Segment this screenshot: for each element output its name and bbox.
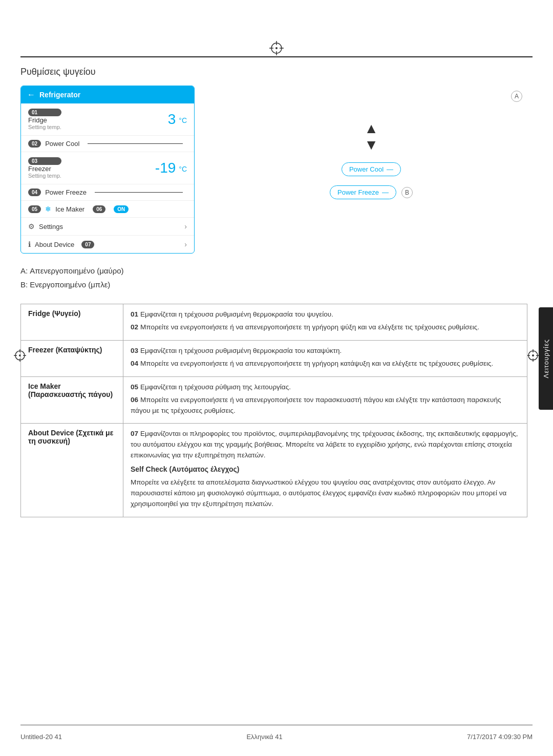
- ice-maker-badge1: 05: [28, 205, 41, 213]
- settings-row[interactable]: ⚙ Settings ›: [21, 218, 194, 236]
- fridge-temp: 3°C: [168, 111, 187, 128]
- snowflake-icon: ❄: [45, 205, 51, 213]
- fridge-label-group: 01 Fridge Setting temp.: [28, 109, 61, 130]
- power-cool-row[interactable]: 02 Power Cool: [21, 136, 194, 152]
- about-num-07: 07: [131, 430, 138, 437]
- bottom-right-label: 7/17/2017 4:09:30 PM: [467, 733, 533, 741]
- arrow-down-icon: ▼: [364, 138, 378, 152]
- table-cell-freezer-label: Freezer (Καταψύκτης): [21, 341, 123, 376]
- target-icon-right: [526, 348, 540, 363]
- bottom-bar: Untitled-20 41 Ελληνικά 41 7/17/2017 4:0…: [20, 733, 533, 741]
- fridge-badge: 01: [28, 109, 61, 116]
- arrow-updown: ▲ ▼: [364, 121, 378, 152]
- about-device-label: About Device: [35, 241, 74, 248]
- power-cool-badge: 02: [28, 140, 41, 148]
- fridge-num-01: 01: [131, 310, 138, 318]
- settings-arrow-icon: ›: [184, 222, 187, 230]
- arrow-up-icon: ▲: [364, 121, 378, 136]
- power-cool-diagram-btn[interactable]: Power Cool —: [342, 162, 401, 176]
- diagram-area: A ▲ ▼ Power Cool — Power Freeze —: [215, 86, 527, 199]
- label-b-text: B: Ενεργοποιημένο (μπλε): [20, 278, 527, 291]
- main-content: Ρυθμίσεις ψυγείου ← Refrigerator 01 Frid…: [20, 61, 527, 517]
- back-arrow-icon[interactable]: ←: [27, 90, 35, 99]
- freezer-temp-value: -19: [155, 160, 176, 176]
- table-cell-fridge-content: 01Εμφανίζεται η τρέχουσα ρυθμισμένη θερμ…: [123, 304, 527, 340]
- icemaker-num-06: 06: [131, 396, 138, 404]
- power-cool-label: Power Cool: [45, 140, 79, 148]
- ice-maker-on-badge: ON: [114, 205, 129, 213]
- phone-header-title: Refrigerator: [39, 91, 80, 99]
- fridge-sub: Setting temp.: [28, 124, 61, 130]
- label-a: A: [511, 91, 522, 102]
- table-row-icemaker: Ice Maker (Παρασκευαστής πάγου) 05Εμφανί…: [21, 377, 527, 424]
- fridge-row: 01 Fridge Setting temp. 3°C: [21, 103, 194, 136]
- freezer-num-04: 04: [131, 360, 138, 367]
- fridge-label: Fridge: [28, 116, 61, 124]
- table-row-about: About Device (Σχετικά με τη συσκευή) 07Ε…: [21, 424, 527, 516]
- freezer-num-03: 03: [131, 347, 138, 354]
- top-border-line: [20, 56, 533, 57]
- table-row-freezer: Freezer (Καταψύκτης) 03Εμφανίζεται η τρέ…: [21, 341, 527, 377]
- ice-maker-badge2: 06: [93, 205, 105, 213]
- table-cell-freezer-content: 03Εμφανίζεται η τρέχουσα ρυθμισμένη θερμ…: [123, 341, 527, 376]
- fridge-temp-value: 3: [168, 111, 176, 128]
- ice-maker-row: 05 ❄ Ice Maker 06 ON: [21, 201, 194, 218]
- about-arrow-icon: ›: [184, 240, 187, 248]
- power-freeze-dash: —: [382, 188, 389, 196]
- ab-labels: A: Απενεργοποιημένο (μαύρο) B: Ενεργοποι…: [20, 264, 527, 291]
- phone-mockup: ← Refrigerator 01 Fridge Setting temp. 3…: [20, 86, 195, 254]
- fridge-temp-unit: °C: [179, 116, 187, 124]
- side-tab: Λειτουργίες: [539, 307, 553, 410]
- power-freeze-diagram-row: Power Freeze — B: [330, 185, 413, 199]
- icemaker-num-05: 05: [131, 383, 138, 391]
- table-row-fridge: Fridge (Ψυγείο) 01Εμφανίζεται η τρέχουσα…: [21, 304, 527, 341]
- power-freeze-diagram-btn[interactable]: Power Freeze —: [330, 185, 396, 199]
- power-cool-dash: —: [387, 165, 393, 173]
- fridge-num-02: 02: [131, 323, 138, 331]
- target-icon-top: [268, 40, 285, 56]
- freezer-sub: Setting temp.: [28, 173, 61, 179]
- label-a-text: A: Απενεργοποιημένο (μαύρο): [20, 264, 527, 278]
- bottom-left-label: Untitled-20 41: [20, 733, 62, 741]
- about-device-row[interactable]: ℹ About Device 07 ›: [21, 236, 194, 253]
- table-cell-icemaker-content: 05Εμφανίζεται η τρέχουσα ρύθμιση της λει…: [123, 377, 527, 424]
- top-section: ← Refrigerator 01 Fridge Setting temp. 3…: [20, 86, 527, 254]
- freezer-label-group: 03 Freezer Setting temp.: [28, 157, 61, 179]
- power-freeze-btn-label: Power Freeze: [337, 188, 379, 196]
- bottom-border-line: [20, 725, 533, 725]
- ice-maker-label: Ice Maker: [55, 205, 84, 213]
- svg-point-1: [275, 47, 278, 49]
- table-cell-about-label: About Device (Σχετικά με τη συσκευή): [21, 424, 123, 516]
- freezer-badge: 03: [28, 157, 61, 165]
- label-b: B: [401, 187, 413, 198]
- section-title: Ρυθμίσεις ψυγείου: [20, 67, 527, 77]
- svg-point-13: [532, 354, 534, 356]
- freezer-temp: -19°C: [155, 160, 187, 176]
- self-check-text: Μπορείτε να ελέγξετε τα αποτελέσματα δια…: [131, 477, 520, 510]
- freezer-label: Freezer: [28, 165, 61, 173]
- table-cell-icemaker-label: Ice Maker (Παρασκευαστής πάγου): [21, 377, 123, 424]
- page-number-label: Ελληνικά 41: [246, 733, 282, 741]
- power-cool-diagram-row: Power Cool —: [342, 162, 401, 181]
- power-freeze-label: Power Freeze: [45, 188, 87, 196]
- info-table: Fridge (Ψυγείο) 01Εμφανίζεται η τρέχουσα…: [20, 304, 527, 517]
- info-icon: ℹ: [28, 240, 31, 248]
- freezer-row: 03 Freezer Setting temp. -19°C: [21, 152, 194, 184]
- self-check-title: Self Check (Αυτόματος έλεγχος): [131, 464, 520, 475]
- table-cell-about-content: 07Εμφανίζονται οι πληροφορίες του προϊόν…: [123, 424, 527, 516]
- about-device-badge: 07: [81, 241, 94, 248]
- power-cool-btn-label: Power Cool: [349, 165, 384, 173]
- side-tab-label: Λειτουργίες: [542, 339, 550, 379]
- power-freeze-badge: 04: [28, 188, 41, 196]
- settings-gear-icon: ⚙: [28, 222, 35, 230]
- table-cell-fridge-label: Fridge (Ψυγείο): [21, 304, 123, 340]
- settings-label: Settings: [39, 223, 63, 230]
- phone-header: ← Refrigerator: [21, 86, 194, 103]
- freezer-temp-unit: °C: [179, 165, 187, 173]
- power-freeze-row[interactable]: 04 Power Freeze: [21, 184, 194, 201]
